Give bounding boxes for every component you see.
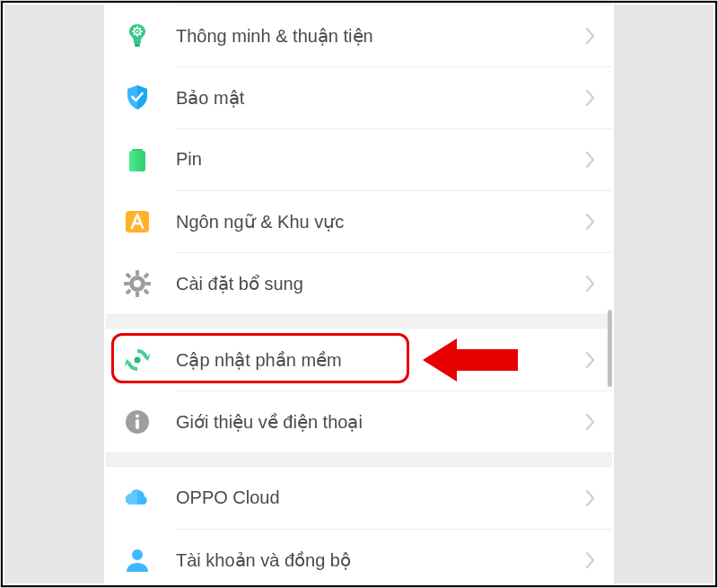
chevron-right-icon — [585, 213, 596, 231]
settings-row-label: Cập nhật phần mềm — [176, 349, 585, 371]
settings-row-label: Ngôn ngữ & Khu vực — [176, 211, 585, 233]
settings-row-label: OPPO Cloud — [176, 487, 585, 508]
frame-padding-left — [4, 4, 104, 584]
settings-row-security[interactable]: Bảo mật — [106, 66, 612, 128]
svg-rect-9 — [136, 292, 139, 297]
settings-row-about[interactable]: Giới thiệu về điện thoại — [106, 391, 612, 452]
settings-row-label: Tài khoản và đồng bộ — [176, 549, 585, 571]
chevron-right-icon — [585, 551, 596, 569]
settings-row-smart[interactable]: Thông minh & thuận tiện — [106, 4, 612, 66]
svg-rect-8 — [136, 270, 139, 276]
brain-icon — [122, 21, 153, 51]
svg-rect-10 — [124, 282, 129, 285]
shield-icon — [122, 83, 153, 113]
svg-point-19 — [136, 414, 139, 417]
tutorial-frame: Thông minh & thuận tiện Bảo mật — [1, 1, 717, 587]
svg-rect-11 — [145, 282, 151, 285]
svg-rect-14 — [125, 288, 131, 294]
svg-point-21 — [132, 549, 143, 560]
settings-row-label: Pin — [176, 149, 585, 170]
svg-rect-13 — [143, 272, 149, 278]
info-icon — [122, 407, 153, 437]
settings-row-label: Bảo mật — [176, 87, 585, 109]
settings-row-additional[interactable]: Cài đặt bổ sung — [106, 252, 612, 314]
settings-row-language[interactable]: Ngôn ngữ & Khu vực — [106, 190, 612, 252]
cloud-icon — [122, 483, 153, 513]
svg-rect-2 — [135, 44, 140, 47]
svg-point-17 — [135, 356, 141, 363]
chevron-right-icon — [585, 351, 596, 369]
chevron-right-icon — [585, 151, 596, 169]
chevron-right-icon — [585, 275, 596, 293]
settings-row-account[interactable]: Tài khoản và đồng bộ — [106, 529, 612, 584]
update-icon — [122, 345, 153, 375]
user-icon — [122, 545, 153, 575]
settings-row-label: Giới thiệu về điện thoại — [176, 411, 585, 433]
chevron-right-icon — [585, 27, 596, 45]
gear-icon — [122, 268, 153, 299]
chevron-right-icon — [585, 89, 596, 107]
group-separator — [106, 452, 612, 467]
frame-padding-right — [614, 4, 714, 584]
svg-rect-12 — [125, 272, 131, 278]
settings-screen: Thông minh & thuận tiện Bảo mật — [106, 4, 612, 584]
svg-rect-5 — [129, 151, 145, 171]
svg-point-16 — [134, 280, 141, 287]
settings-row-update[interactable]: Cập nhật phần mềm — [106, 329, 612, 391]
chevron-right-icon — [585, 489, 596, 507]
svg-rect-20 — [136, 419, 139, 429]
group-separator — [106, 314, 612, 329]
settings-row-cloud[interactable]: OPPO Cloud — [106, 467, 612, 529]
settings-row-battery[interactable]: Pin — [106, 128, 612, 190]
chevron-right-icon — [585, 413, 596, 431]
language-icon — [122, 206, 153, 237]
svg-rect-15 — [143, 288, 149, 294]
battery-icon — [122, 145, 153, 175]
scrollbar-thumb[interactable] — [608, 310, 612, 387]
svg-point-1 — [136, 30, 138, 31]
settings-row-label: Thông minh & thuận tiện — [176, 25, 585, 47]
settings-row-label: Cài đặt bổ sung — [176, 273, 585, 294]
